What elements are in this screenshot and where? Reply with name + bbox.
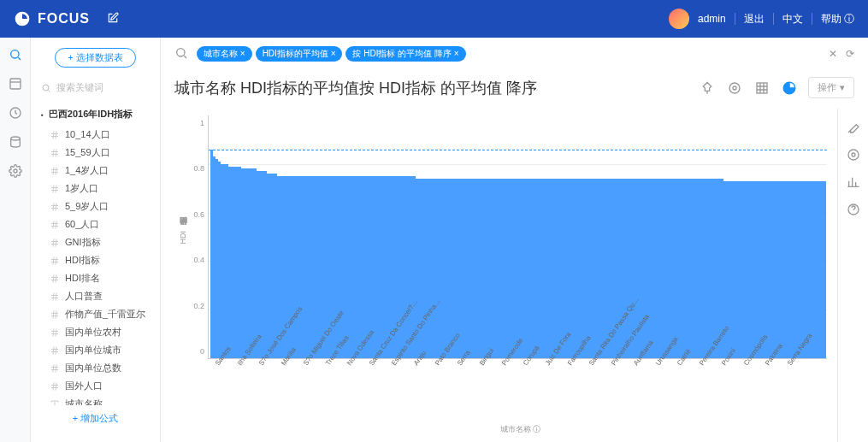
board-rail-icon[interactable] bbox=[9, 77, 22, 91]
field-type-icon bbox=[50, 309, 60, 320]
y-axis-ticks: 10.80.60.40.20 bbox=[192, 115, 208, 359]
chart-title: 城市名称 HDI指标的平均值按 HDI指标 的平均值 降序 bbox=[174, 78, 537, 98]
svg-point-8 bbox=[729, 83, 740, 93]
field-item[interactable]: 1岁人口 bbox=[31, 180, 160, 197]
pin-icon[interactable] bbox=[699, 80, 716, 97]
brand-text: FOCUS bbox=[38, 11, 90, 27]
chart-bar-icon[interactable] bbox=[847, 175, 860, 189]
chart-bar[interactable] bbox=[824, 181, 825, 358]
field-label: 1岁人口 bbox=[65, 182, 98, 195]
field-label: 60_人口 bbox=[65, 218, 99, 231]
field-item[interactable]: 城市名称 bbox=[31, 395, 160, 405]
lang-link[interactable]: 中文 bbox=[782, 12, 803, 27]
svg-point-0 bbox=[10, 50, 18, 58]
focus-logo-icon bbox=[14, 10, 31, 27]
field-type-icon bbox=[50, 184, 60, 194]
field-label: GNI指标 bbox=[65, 236, 101, 249]
field-label: 10_14人口 bbox=[65, 128, 110, 141]
field-item[interactable]: 国内单位农村 bbox=[31, 323, 160, 341]
query-pill[interactable]: 按 HDI指标 的平均值 降序 × bbox=[345, 46, 465, 62]
field-item[interactable]: 60_人口 bbox=[31, 215, 160, 233]
field-item[interactable]: GNI指标 bbox=[31, 233, 160, 251]
edit-icon[interactable] bbox=[107, 12, 119, 27]
svg-rect-1 bbox=[10, 79, 21, 89]
right-icon-rail bbox=[837, 109, 868, 442]
field-item[interactable]: 国外人口 bbox=[31, 377, 160, 395]
header-right: admin 退出 中文 帮助 ⓘ bbox=[669, 9, 854, 29]
svg-point-6 bbox=[177, 49, 185, 56]
username[interactable]: admin bbox=[698, 13, 726, 25]
query-bar: 城市名称 ×HDI指标的平均值 ×按 HDI指标 的平均值 降序 × ✕ ⟳ bbox=[161, 38, 868, 70]
field-item[interactable]: HDI排名 bbox=[31, 269, 160, 287]
main-area: 城市名称 ×HDI指标的平均值 ×按 HDI指标 的平均值 降序 × ✕ ⟳ 城… bbox=[161, 38, 868, 442]
field-label: 国内单位总数 bbox=[65, 362, 121, 374]
brand-logo: FOCUS bbox=[14, 10, 90, 27]
chart-help-icon[interactable] bbox=[847, 203, 860, 216]
select-datasource-button[interactable]: + 选择数据表 bbox=[55, 48, 135, 68]
field-label: 作物产值_千雷亚尔 bbox=[65, 308, 145, 321]
chart-type-icon[interactable] bbox=[781, 80, 798, 97]
query-pill[interactable]: 城市名称 × bbox=[197, 46, 252, 62]
table-name[interactable]: 巴西2016年IDH指标 bbox=[31, 103, 160, 126]
svg-point-7 bbox=[733, 86, 736, 90]
svg-rect-9 bbox=[757, 83, 767, 93]
avatar[interactable] bbox=[669, 9, 689, 29]
query-pills: 城市名称 ×HDI指标的平均值 ×按 HDI指标 的平均值 降序 × bbox=[197, 46, 466, 62]
settings-rail-icon[interactable] bbox=[9, 164, 22, 178]
search-placeholder: 搜索关键词 bbox=[56, 81, 103, 94]
query-search-icon[interactable] bbox=[174, 46, 190, 62]
add-formula-link[interactable]: + 增加公式 bbox=[73, 412, 118, 425]
field-type-icon bbox=[50, 166, 60, 176]
field-type-icon bbox=[50, 238, 60, 248]
search-rail-icon[interactable] bbox=[9, 48, 22, 62]
field-item[interactable]: 人口普查 bbox=[31, 287, 160, 305]
field-label: 人口普查 bbox=[65, 290, 103, 303]
clear-query-icon[interactable]: ✕ bbox=[829, 48, 837, 60]
field-item[interactable]: 10_14人口 bbox=[31, 126, 160, 144]
field-item[interactable]: HDI指标 bbox=[31, 251, 160, 269]
app-header: FOCUS admin 退出 中文 帮助 ⓘ bbox=[0, 0, 868, 38]
field-type-icon bbox=[50, 399, 60, 406]
field-tree: 巴西2016年IDH指标 10_14人口15_59人口1_4岁人口1岁人口5_9… bbox=[31, 99, 160, 405]
field-item[interactable]: 作物产值_千雷亚尔 bbox=[31, 305, 160, 323]
help-link[interactable]: 帮助 ⓘ bbox=[821, 12, 854, 27]
svg-point-3 bbox=[10, 137, 20, 140]
field-label: 国内单位城市 bbox=[65, 344, 121, 357]
field-type-icon bbox=[50, 381, 60, 392]
config-icon[interactable] bbox=[726, 80, 743, 97]
field-label: 1_4岁人口 bbox=[65, 164, 109, 177]
field-item[interactable]: 国内单位城市 bbox=[31, 341, 160, 359]
field-label: 5_9岁人口 bbox=[65, 200, 109, 213]
field-type-icon bbox=[50, 202, 60, 212]
field-type-icon bbox=[50, 345, 60, 356]
field-type-icon bbox=[50, 274, 60, 284]
chart-plot[interactable]: ■ 最大:0.86 ■ 平均:0.76 ■ 最小:0.73 bbox=[208, 115, 827, 359]
y-axis-label: HDI指标的平均值 bbox=[178, 231, 189, 245]
clock-rail-icon[interactable] bbox=[9, 106, 22, 120]
operate-button[interactable]: 操作▾ bbox=[808, 77, 854, 98]
field-item[interactable]: 国内单位总数 bbox=[31, 359, 160, 377]
field-item[interactable]: 1_4岁人口 bbox=[31, 162, 160, 180]
field-type-icon bbox=[50, 327, 60, 338]
logout-link[interactable]: 退出 bbox=[744, 12, 765, 27]
search-icon bbox=[41, 83, 51, 93]
query-pill[interactable]: HDI指标的平均值 × bbox=[256, 46, 343, 62]
field-search[interactable]: 搜索关键词 bbox=[31, 76, 160, 99]
field-label: 国外人口 bbox=[65, 380, 103, 392]
field-item[interactable]: 15_59人口 bbox=[31, 144, 160, 162]
field-type-icon bbox=[50, 292, 60, 302]
edit-chart-icon[interactable] bbox=[847, 121, 860, 134]
field-type-icon bbox=[50, 256, 60, 266]
field-type-icon bbox=[50, 363, 60, 374]
chart-container: HDI指标的平均值 10.80.60.40.20 ■ 最大:0.86 ■ 平均:… bbox=[161, 109, 837, 442]
x-axis-ticks: SantosIlha SolteiraS?o José Dos CamposMa… bbox=[214, 359, 786, 421]
left-icon-rail bbox=[0, 38, 31, 442]
chart-settings-icon[interactable] bbox=[847, 148, 860, 162]
table-icon[interactable] bbox=[753, 80, 771, 97]
field-type-icon bbox=[50, 148, 60, 158]
data-rail-icon[interactable] bbox=[9, 135, 22, 149]
field-label: HDI排名 bbox=[65, 272, 100, 285]
title-row: 城市名称 HDI指标的平均值按 HDI指标 的平均值 降序 操作▾ bbox=[161, 70, 868, 109]
refresh-query-icon[interactable]: ⟳ bbox=[846, 48, 854, 60]
field-item[interactable]: 5_9岁人口 bbox=[31, 197, 160, 215]
